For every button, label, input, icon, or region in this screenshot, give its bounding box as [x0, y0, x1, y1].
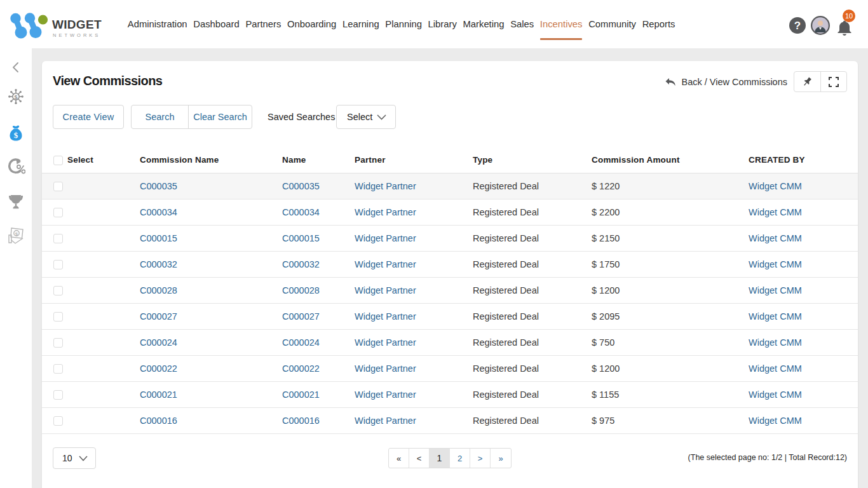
- svg-text:NETWORKS: NETWORKS: [53, 32, 100, 38]
- svg-text:?: ?: [794, 20, 801, 32]
- svg-text:$: $: [14, 130, 18, 140]
- svg-text:$: $: [15, 231, 18, 237]
- svg-text:$: $: [14, 94, 17, 100]
- svg-text:WIDGET: WIDGET: [52, 18, 102, 31]
